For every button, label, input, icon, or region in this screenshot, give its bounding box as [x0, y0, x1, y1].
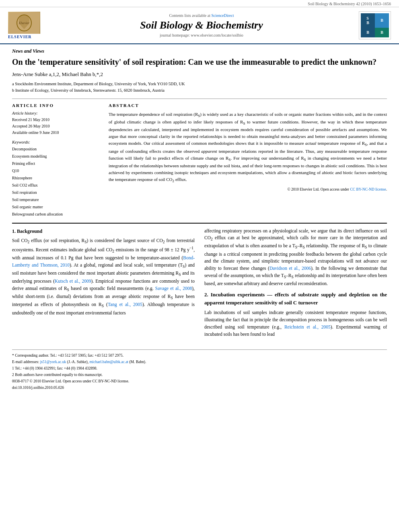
elsevier-image: Elsevier	[8, 12, 40, 34]
svg-text:Elsevier: Elsevier	[19, 21, 30, 25]
sciencedirect-line: Contents lists available at ScienceDirec…	[44, 13, 359, 18]
section2-heading: 2. Incubation experiments — effects of s…	[204, 291, 387, 307]
section1-p2-right: affecting respiratory processes on a phy…	[204, 228, 387, 288]
cc-license-link[interactable]: CC BY-NC-ND license	[350, 187, 386, 191]
authors: Jens-Arne Subke a,1,2, Michael Bahn b,*,…	[12, 71, 387, 78]
journal-name: Soil Biology & Biochemistry	[44, 19, 359, 31]
section2-p1: Lab incubations of soil samples indicate…	[204, 309, 387, 338]
journal-logo-right: SB B B B	[359, 11, 391, 39]
sciencedirect-link[interactable]: ScienceDirect	[211, 13, 234, 18]
authors-text: Jens-Arne Subke a,1,2, Michael Bahn b,*,…	[12, 71, 103, 77]
corresponding-author: * Corresponding author. Tel.: +43 512 50…	[12, 352, 387, 359]
article-dates: Received 21 May 2010 Accepted 26 May 201…	[12, 117, 101, 136]
keywords-title: Keywords:	[12, 140, 101, 144]
logo-box: SB B B B	[361, 13, 389, 37]
keywords-list: Decomposition Ecosystem modelling Primin…	[12, 146, 101, 218]
email2-name: (M. Bahn).	[129, 360, 146, 364]
keyword-4: Q10	[12, 167, 101, 175]
keyword-10: Belowground carbon allocation	[12, 211, 101, 218]
ref-kutsch[interactable]: Kutsch et al., 2009	[55, 279, 91, 283]
abstract-copyright: © 2010 Elsevier Ltd. Open access under C…	[109, 187, 387, 191]
abstract-header: ABSTRACT	[109, 103, 387, 108]
footnotes-area: * Corresponding author. Tel.: +43 512 50…	[12, 349, 387, 391]
ref-savage[interactable]: Savage et al., 2008	[155, 286, 192, 291]
section1-p1: Soil CO2 efflux (or soil respiration, RS…	[12, 237, 195, 316]
keyword-6: Soil CO2 efflux	[12, 182, 101, 189]
journal-homepage: journal homepage: www.elsevier.com/locat…	[44, 33, 359, 37]
keyword-7: Soil respiration	[12, 189, 101, 196]
citation-bar: Soil Biology & Biochemistry 42 (2010) 16…	[0, 0, 399, 7]
section-label: News and Views	[12, 48, 387, 54]
ref-bond[interactable]: Bond-Lamberty and Thomson, 2010	[12, 255, 195, 267]
history-label: Article history:	[12, 111, 101, 115]
ref-reichstein[interactable]: Reichstein et al., 2005	[284, 325, 331, 329]
elsevier-logo: Elsevier ELSEVIER	[8, 12, 44, 39]
heavy-divider	[12, 223, 387, 224]
abstract-col: ABSTRACT The temperature dependence of s…	[109, 103, 387, 218]
abstract-text: The temperature dependence of soil respi…	[109, 111, 387, 184]
journal-title-center: Contents lists available at ScienceDirec…	[44, 13, 359, 37]
ref-tang[interactable]: Tang et al., 2005	[108, 302, 142, 307]
email-label: E-mail addresses:	[12, 360, 39, 364]
content-area: News and Views On the 'temperature sensi…	[0, 44, 399, 399]
article-info-col: ARTICLE INFO Article history: Received 2…	[12, 103, 101, 218]
footnote-1: 1 Tel.: +44 (0) 1904 432991; fax: +44 (0…	[12, 365, 387, 372]
keyword-9: Soil organic matter	[12, 203, 101, 211]
issn-line: 0038-0717 © 2010 Elsevier Ltd. Open acce…	[12, 378, 387, 384]
info-abstract-cols: ARTICLE INFO Article history: Received 2…	[12, 103, 387, 218]
body-two-col: 1. Background Soil CO2 efflux (or soil r…	[12, 228, 387, 341]
affiliation-a: a Stockholm Environment Institute, Depar…	[12, 81, 387, 87]
email1-link[interactable]: js51@york.ac.uk	[40, 360, 66, 364]
body-col-right: affecting respiratory processes on a phy…	[204, 228, 387, 341]
keyword-3: Priming effect	[12, 160, 101, 167]
affiliations: a Stockholm Environment Institute, Depar…	[12, 81, 387, 94]
keyword-2: Ecosystem modelling	[12, 153, 101, 160]
doi-line: doi:10.1016/j.soilbio.2010.05.026	[12, 384, 387, 391]
logo-cell-b1: B	[375, 13, 389, 28]
accepted-date: Accepted 26 May 2010	[12, 123, 101, 129]
available-date: Available online 9 June 2010	[12, 129, 101, 136]
email2-link[interactable]: michael.bahn@uibk.ac.at	[89, 360, 128, 364]
keyword-1: Decomposition	[12, 146, 101, 153]
ref-davidson[interactable]: Davidson et al., 2006	[269, 266, 311, 271]
body-col-left: 1. Background Soil CO2 efflux (or soil r…	[12, 228, 195, 341]
email-line: E-mail addresses: js51@york.ac.uk (J.-A.…	[12, 359, 387, 365]
logo-cell-b3: B	[375, 28, 389, 38]
affiliation-b: b Institute of Ecology, University of In…	[12, 87, 387, 94]
elsevier-brand: ELSEVIER	[8, 35, 44, 39]
journal-header: Elsevier ELSEVIER Contents lists availab…	[0, 7, 399, 44]
email1-name: (J.-A. Subke),	[67, 360, 88, 364]
received-date: Received 21 May 2010	[12, 117, 101, 123]
section1-heading: 1. Background	[12, 228, 195, 235]
logo-cell-b2: B	[361, 28, 375, 38]
divider-1	[12, 99, 387, 99]
footnote-2: 2 Both authors have contributed equally …	[12, 372, 387, 378]
keyword-5: Rhizosphere	[12, 175, 101, 182]
logo-cell-sb: SB	[361, 13, 375, 28]
citation-text: Soil Biology & Biochemistry 42 (2010) 16…	[308, 2, 391, 6]
article-title: On the 'temperature sensitivity' of soil…	[12, 57, 387, 67]
article-info-header: ARTICLE INFO	[12, 103, 101, 108]
keyword-8: Soil temperature	[12, 196, 101, 203]
